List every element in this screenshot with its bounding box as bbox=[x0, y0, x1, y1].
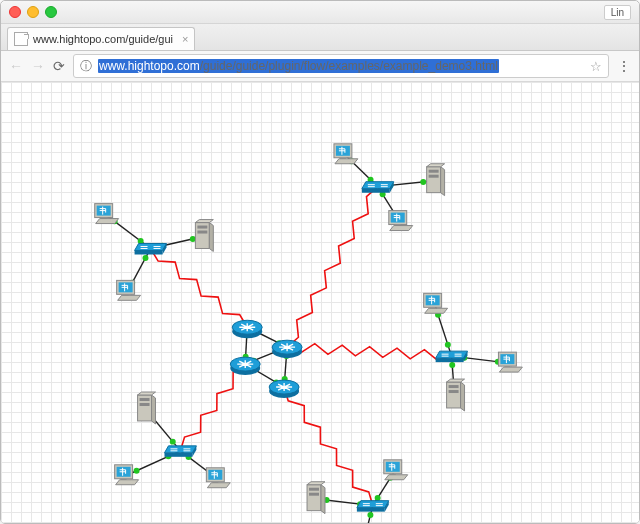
svg-rect-29 bbox=[140, 403, 150, 406]
workstation-node[interactable] bbox=[498, 352, 522, 372]
svg-rect-2 bbox=[429, 175, 439, 178]
flow-dot-icon bbox=[190, 236, 196, 242]
flow-dot-icon bbox=[134, 468, 140, 474]
flow-dot-icon bbox=[445, 342, 451, 348]
topology-svg bbox=[1, 82, 639, 524]
close-tab-icon[interactable]: × bbox=[182, 33, 188, 45]
workstation-node[interactable] bbox=[206, 468, 230, 488]
wan-link bbox=[284, 387, 373, 506]
wan-link bbox=[151, 248, 248, 327]
svg-rect-37 bbox=[309, 488, 319, 491]
workstation-node[interactable] bbox=[384, 460, 408, 480]
svg-rect-19 bbox=[449, 385, 459, 388]
minimize-icon[interactable] bbox=[27, 6, 39, 18]
wan-link bbox=[180, 364, 245, 451]
workstation-node[interactable] bbox=[424, 293, 448, 313]
svg-rect-20 bbox=[449, 390, 459, 393]
wan-link bbox=[287, 187, 378, 347]
tab-title: www.hightopo.com/guide/gui bbox=[33, 33, 173, 45]
svg-rect-11 bbox=[197, 231, 207, 234]
page-icon bbox=[14, 32, 28, 46]
flow-dot-icon bbox=[142, 255, 148, 261]
workstation-node[interactable] bbox=[95, 204, 119, 224]
switch-node[interactable] bbox=[164, 446, 196, 457]
forward-button[interactable]: → bbox=[31, 58, 45, 74]
flow-dot-icon bbox=[367, 512, 373, 518]
workstation-node[interactable] bbox=[115, 465, 139, 485]
svg-rect-38 bbox=[309, 493, 319, 496]
flow-dot-icon bbox=[420, 179, 426, 185]
svg-rect-10 bbox=[197, 226, 207, 229]
browser-tab[interactable]: www.hightopo.com/guide/gui × bbox=[7, 27, 195, 50]
server-node[interactable] bbox=[138, 392, 156, 424]
wan-link bbox=[287, 344, 451, 361]
switch-node[interactable] bbox=[362, 182, 394, 193]
server-node[interactable] bbox=[447, 379, 465, 411]
workstation-node[interactable] bbox=[389, 211, 413, 231]
workstation-node[interactable] bbox=[334, 144, 358, 164]
url-text: www.hightopo.com/guide/guide/plugin/flow… bbox=[98, 59, 584, 73]
window-titlebar: Lin bbox=[1, 1, 639, 24]
flow-dot-icon bbox=[170, 439, 176, 445]
menu-icon[interactable]: ⋮ bbox=[617, 58, 631, 74]
server-node[interactable] bbox=[307, 482, 325, 514]
maximize-icon[interactable] bbox=[45, 6, 57, 18]
site-info-icon[interactable]: ⓘ bbox=[80, 58, 92, 75]
flow-dot-icon bbox=[449, 362, 455, 368]
router-node[interactable] bbox=[230, 357, 260, 375]
switch-node[interactable] bbox=[357, 501, 389, 512]
svg-rect-28 bbox=[140, 398, 150, 401]
bookmark-icon[interactable]: ☆ bbox=[590, 59, 602, 74]
tab-strip: www.hightopo.com/guide/gui × bbox=[1, 24, 639, 51]
close-icon[interactable] bbox=[9, 6, 21, 18]
toolbar: ← → ⟳ ⓘ www.hightopo.com/guide/guide/plu… bbox=[1, 51, 639, 82]
topology-canvas[interactable] bbox=[1, 82, 639, 523]
reload-button[interactable]: ⟳ bbox=[53, 58, 65, 74]
back-button[interactable]: ← bbox=[9, 58, 23, 74]
router-node[interactable] bbox=[232, 320, 262, 338]
server-node[interactable] bbox=[427, 164, 445, 196]
workstation-node[interactable] bbox=[117, 280, 141, 300]
router-node[interactable] bbox=[269, 380, 299, 398]
server-node[interactable] bbox=[195, 220, 213, 252]
switch-node[interactable] bbox=[436, 351, 468, 362]
router-node[interactable] bbox=[272, 340, 302, 358]
switch-node[interactable] bbox=[135, 243, 167, 254]
profile-badge[interactable]: Lin bbox=[604, 5, 631, 20]
address-bar[interactable]: ⓘ www.hightopo.com/guide/guide/plugin/fl… bbox=[73, 54, 609, 78]
svg-rect-1 bbox=[429, 170, 439, 173]
flow-dot-icon bbox=[375, 495, 381, 501]
